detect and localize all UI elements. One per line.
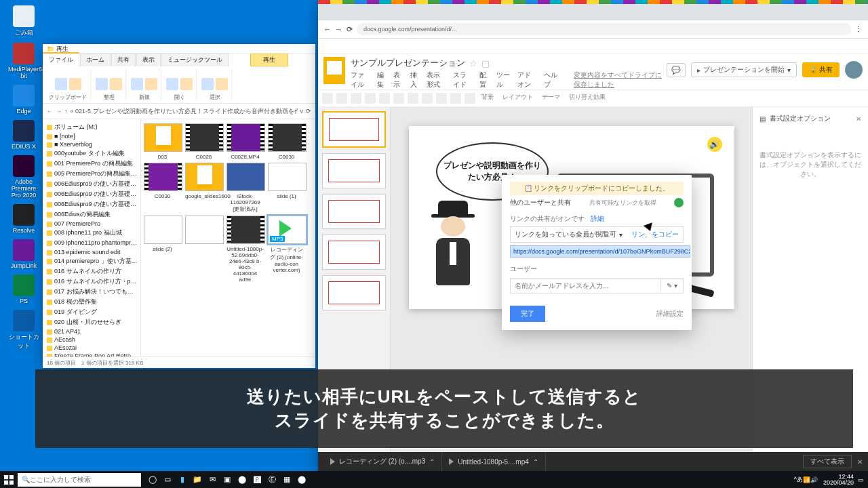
menu-item[interactable]: ファイル: [351, 70, 370, 89]
file-thumb[interactable]: C0028: [185, 123, 222, 160]
explorer-tab[interactable]: 表示: [136, 53, 161, 66]
menu-item[interactable]: 配置: [479, 70, 489, 89]
address-bar[interactable]: docs.google.com/presentation/d/...: [357, 23, 851, 35]
desktop-icon[interactable]: EDIUS X: [8, 120, 39, 150]
explorer-tab[interactable]: ホーム: [80, 53, 111, 66]
close-shelf-icon[interactable]: ✕: [857, 458, 863, 466]
show-all-downloads[interactable]: すべて表示: [803, 455, 852, 468]
tree-item[interactable]: 000youtube タイトル編集: [44, 148, 139, 159]
file-thumb[interactable]: slide (1): [268, 163, 305, 213]
tree-item[interactable]: 006Ediuspro9 の使い方基礎講座「オーディ: [44, 189, 139, 199]
star-icon[interactable]: ☆: [469, 58, 477, 68]
tree-item[interactable]: ボリューム (M:): [44, 122, 139, 132]
present-button[interactable]: ▸プレゼンテーションを開始▾: [691, 62, 797, 77]
tree-item[interactable]: 019 ダイビング: [44, 307, 139, 317]
menu-item[interactable]: ヘルプ: [544, 70, 559, 89]
file-thumb[interactable]: slide (2): [144, 216, 181, 283]
download-item-2[interactable]: Untitled-1080p-5....mp4⌃: [442, 452, 546, 471]
file-thumb[interactable]: [185, 216, 222, 283]
tree-item[interactable]: 017 お悩み解決！いつでもましたい: [44, 287, 139, 297]
edit-permission-icon[interactable]: ✎ ▾: [660, 279, 683, 292]
tree-item[interactable]: AEcash: [44, 336, 139, 344]
back-icon[interactable]: ←: [323, 25, 331, 33]
file-thumb[interactable]: google_slides1600: [185, 163, 222, 213]
desktop-icon[interactable]: ショートカット: [8, 310, 39, 350]
ribbon-group[interactable]: クリップボード: [45, 68, 91, 101]
tree-item[interactable]: AEsozai: [44, 344, 139, 352]
desktop-icon[interactable]: JumpLink: [8, 239, 39, 269]
forward-icon[interactable]: →: [335, 25, 342, 33]
account-avatar[interactable]: [845, 61, 863, 79]
tree-item[interactable]: 016 サムネイルの作り方: [44, 266, 139, 277]
explorer-tab[interactable]: ファイル: [43, 52, 79, 66]
menu-item[interactable]: 編集: [377, 70, 387, 89]
browser-tabs[interactable]: [318, 4, 868, 20]
explorer-tab[interactable]: 共有: [111, 53, 136, 66]
tree-item[interactable]: ■ [note]: [44, 132, 139, 140]
slides-menu[interactable]: ファイル編集表示挿入表示形式スライド配置ツールアドオンヘルプ変更内容をすべてドラ…: [351, 70, 667, 89]
file-thumb[interactable]: Untitled-1080p-52 69ddb0-24e6-43c8 b-90c…: [226, 216, 264, 283]
tree-item[interactable]: 006Ediusの簡易編集: [44, 209, 139, 220]
share-button[interactable]: 🔒 共有: [802, 62, 840, 77]
file-thumb[interactable]: C0030: [268, 123, 305, 160]
advanced-link[interactable]: 詳細設定: [656, 309, 684, 319]
comments-icon[interactable]: 💬: [667, 63, 686, 77]
file-thumb[interactable]: iStock-1162097269 [更新済み]: [226, 163, 264, 213]
done-button[interactable]: 完了: [510, 306, 545, 322]
user-email-input[interactable]: [511, 279, 660, 293]
details-link[interactable]: 詳細: [591, 215, 604, 222]
desktop-icon[interactable]: PS: [8, 274, 39, 304]
slide-thumb-5[interactable]: [322, 275, 386, 310]
tree-item[interactable]: Freeze Frame Pop Art Retro Trailer fol: [44, 352, 139, 357]
audio-icon[interactable]: 🔊: [707, 137, 722, 152]
close-icon[interactable]: ✕: [856, 115, 861, 123]
desktop-icon[interactable]: MediPlayer64 bit: [8, 43, 39, 79]
ribbon-group[interactable]: 選択: [198, 68, 232, 101]
download-item-1[interactable]: レコーディング (2) (o....mp3⌃: [323, 452, 442, 471]
explorer-tab[interactable]: ミュージックツール: [161, 53, 229, 66]
file-thumb[interactable]: C0030: [144, 163, 181, 213]
tree-item[interactable]: 007 PremierePro: [44, 220, 139, 228]
tree-item[interactable]: 006Ediuspro9 の使い方基礎講座: [44, 179, 139, 189]
explorer-address-bar[interactable]: ←→↑ « 021-5 プレゼンや説明動画を作りたい方必見！スライド作成から音声…: [43, 104, 315, 119]
tree-item[interactable]: 020 山桜・川のせせらぎ: [44, 317, 139, 327]
explorer-file-grid[interactable]: 003C0028C0028.MP4C0030C0030google_slides…: [141, 119, 315, 357]
explorer-tree[interactable]: ボリューム (M:)■ [note]■ Xserverblog000youtub…: [43, 119, 141, 357]
tree-item[interactable]: 001 PremierePro の簡易編集: [44, 159, 139, 169]
taskbar-clock[interactable]: 12:442020/04/20: [823, 474, 854, 486]
tree-item[interactable]: 013 epidemic sound edit: [44, 248, 139, 256]
menu-item[interactable]: アドオン: [517, 70, 537, 89]
desktop-icon[interactable]: ごみ箱: [8, 5, 39, 37]
reload-icon[interactable]: ⟳: [347, 25, 353, 34]
menu-item[interactable]: 挿入: [410, 70, 420, 89]
explorer-play-tab[interactable]: 再生: [250, 54, 288, 66]
file-thumb[interactable]: 003: [144, 123, 181, 160]
slide-thumb-3[interactable]: [322, 194, 386, 229]
desktop-icon[interactable]: Adobe Premiere Pro 2020: [8, 155, 39, 199]
tree-item[interactable]: 009 iphone11pro phantompro4 いろは坂: [44, 238, 139, 248]
extensions-icon[interactable]: ⋮: [855, 25, 863, 34]
tree-item[interactable]: 005 PremiereProの簡易編集・テキスト版: [44, 169, 139, 179]
desktop-icon[interactable]: Resolve: [8, 204, 39, 234]
bookmark-bar[interactable]: [318, 39, 868, 54]
ribbon-group[interactable]: 整理: [92, 68, 126, 101]
menu-item[interactable]: スライド: [453, 70, 473, 89]
share-url-field[interactable]: https://docs.google.com/presentation/d/1…: [510, 245, 690, 258]
ribbon-group[interactable]: 開く: [163, 68, 197, 101]
tree-item[interactable]: ■ Xserverblog: [44, 140, 139, 148]
menu-item[interactable]: ツール: [496, 70, 511, 89]
tree-item[interactable]: 006Ediuspro9 の使い方基礎講座「タイトル: [44, 199, 139, 209]
doc-title[interactable]: サンプルプレゼンテーション: [351, 57, 465, 69]
tree-item[interactable]: 018 桜の壁作集: [44, 297, 139, 307]
slides-toolbar[interactable]: 背景 レイアウト テーマ 切り替え効果: [318, 89, 868, 107]
move-icon[interactable]: ▢: [481, 58, 490, 68]
menu-item[interactable]: 表示形式: [427, 70, 446, 89]
slide-thumb-4[interactable]: [322, 235, 386, 270]
tree-item[interactable]: 021 AP41: [44, 327, 139, 336]
taskbar-pinned[interactable]: ◯▭▮📁✉▣⬤🅿Ⓔ▦⬤: [145, 472, 309, 487]
link-status-icon[interactable]: [674, 198, 684, 207]
tree-item[interactable]: 016 サムネイルの作り方・photoshop編: [44, 277, 139, 287]
permission-dropdown[interactable]: リンクを知っている全員が閲覧可▾ リンクをコピー: [510, 226, 684, 243]
menu-item[interactable]: 表示: [393, 70, 403, 89]
file-thumb[interactable]: C0028.MP4: [226, 123, 264, 160]
